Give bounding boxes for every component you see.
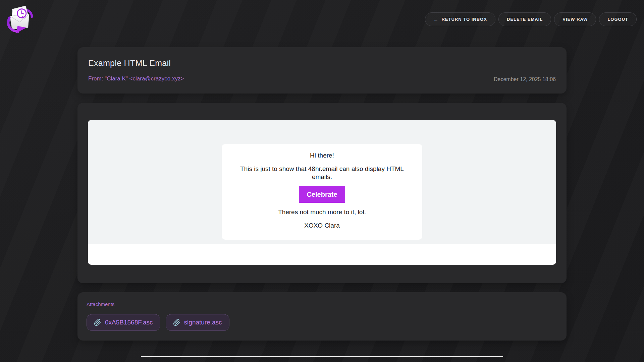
email-date: December 12, 2025 18:06 xyxy=(494,76,556,82)
page: 48 ← RETURN TO INBOX DELETE EMAIL VIEW R… xyxy=(0,0,644,362)
email-signoff: XOXO Clara xyxy=(304,222,340,230)
email-view: Example HTML Email From: "Clara K" <clar… xyxy=(77,47,567,357)
logo-48hr-icon: 48 xyxy=(6,4,34,33)
logout-button[interactable]: LOGOUT xyxy=(599,12,637,26)
email-intro-text: This is just to show that 48hr.email can… xyxy=(230,165,414,181)
attachment-filename: 0xA5B1568F.asc xyxy=(105,319,153,326)
email-body-card: Hi there! This is just to show that 48hr… xyxy=(77,103,567,283)
paperclip-icon xyxy=(173,319,180,326)
return-to-inbox-button[interactable]: ← RETURN TO INBOX xyxy=(425,12,495,26)
attachments-title: Attachments xyxy=(87,301,557,307)
attachment-filename: signature.asc xyxy=(184,319,222,326)
left-arrow-icon: ← xyxy=(433,17,438,22)
toolbar: ← RETURN TO INBOX DELETE EMAIL VIEW RAW … xyxy=(425,12,637,26)
email-from-link[interactable]: From: "Clara K" <clara@crazyco.xyz> xyxy=(88,75,184,82)
view-raw-button[interactable]: VIEW RAW xyxy=(554,12,596,26)
delete-email-button[interactable]: DELETE EMAIL xyxy=(498,12,551,26)
attachments-list: 0xA5B1568F.asc signature.asc xyxy=(87,314,557,331)
email-greeting: Hi there! xyxy=(310,152,334,160)
attachment-button-2[interactable]: signature.asc xyxy=(166,314,229,331)
email-subject: Example HTML Email xyxy=(88,58,184,68)
return-to-inbox-label: RETURN TO INBOX xyxy=(441,17,487,21)
email-outro-text: Theres not much more to it, lol. xyxy=(278,208,366,216)
attachment-button-1[interactable]: 0xA5B1568F.asc xyxy=(87,314,160,331)
app-logo[interactable]: 48 xyxy=(6,4,34,34)
email-html-body: Hi there! This is just to show that 48hr… xyxy=(88,120,556,244)
email-content-card: Hi there! This is just to show that 48hr… xyxy=(222,144,422,240)
attachments-card: Attachments 0xA5B1568F.asc signature.asc xyxy=(77,292,567,341)
logo-48-number: 48 xyxy=(21,15,25,19)
email-header-left: Example HTML Email From: "Clara K" <clar… xyxy=(88,58,184,82)
celebrate-button[interactable]: Celebrate xyxy=(299,186,345,203)
email-header-card: Example HTML Email From: "Clara K" <clar… xyxy=(77,47,567,94)
paperclip-icon xyxy=(94,319,101,326)
footer-divider xyxy=(141,356,503,357)
email-html-frame: Hi there! This is just to show that 48hr… xyxy=(88,120,556,265)
